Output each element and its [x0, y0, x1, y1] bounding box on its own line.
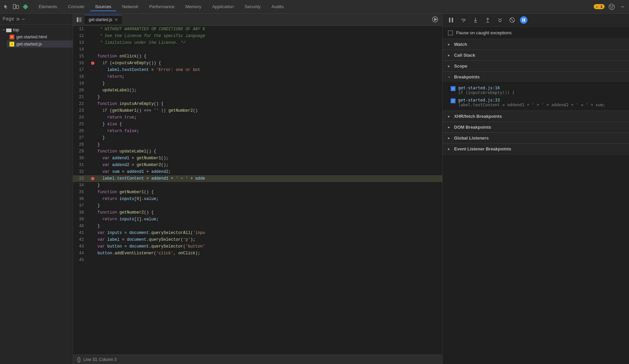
sidebar-header: Page » ⋯ — [0, 14, 73, 25]
code-line-19: 19 } — [73, 80, 442, 87]
sidebar-page-tab[interactable]: Page — [3, 16, 14, 22]
callstack-title: Call Stack — [454, 53, 475, 58]
code-line-38: 38 function getNumber2() { — [73, 209, 442, 216]
svg-rect-21 — [522, 18, 523, 22]
sidebar-tree: ▾ top H get-started.html J get-started.j… — [0, 25, 73, 49]
sidebar-menu-btn[interactable]: ⋯ — [22, 16, 24, 22]
folder-icon — [6, 28, 12, 32]
step-over-btn[interactable] — [459, 16, 468, 24]
step-btn[interactable] — [496, 16, 504, 24]
code-line-13: 13 * limitations under the License. */ — [73, 39, 442, 46]
pause-caught-label: Pause on caught exceptions — [456, 30, 511, 35]
dom-arrow-icon: ▶ — [448, 125, 451, 129]
editor-tab-js[interactable]: get-started.js ✕ — [85, 15, 122, 24]
nav-tab-network[interactable]: Network — [118, 2, 143, 11]
code-line-22: 22 function inputsAreEmpty() { — [73, 101, 442, 107]
sidebar-more-btn[interactable]: » — [16, 16, 20, 22]
accordion-dom: ▶ DOM Breakpoints — [443, 122, 629, 133]
bp-code-33: label.textContent = addend1 + ' + ' + ad… — [458, 103, 605, 107]
code-line-23: 23 if (getNumber1() === '' || getNumber2… — [73, 107, 442, 114]
code-line-30: 30 var addend1 = getNumber1(); — [73, 155, 442, 162]
mobile-icon[interactable] — [12, 3, 20, 11]
file-label-js: get-started.js — [16, 41, 42, 47]
pause-caught-checkbox[interactable] — [448, 31, 453, 35]
code-line-32: 32 var sum = addend1 + addend2; — [73, 168, 442, 175]
accordion-global-header[interactable]: ▶ Global Listeners — [443, 133, 629, 143]
tree-arrow-icon: ▾ — [3, 28, 5, 32]
code-line-39: 39 return inputs[1].value; — [73, 216, 442, 223]
code-line-11: 11 * WITHOUT WARRANTIES OR CONDITIONS OF… — [73, 26, 442, 33]
nav-tab-memory[interactable]: Memory — [181, 2, 206, 11]
code-line-27: 27 } — [73, 134, 442, 141]
code-line-25: 25 } else { — [73, 121, 442, 128]
status-bar: {} Line 33, Column 3 — [73, 354, 442, 364]
scope-title: Scope — [454, 63, 467, 69]
nav-tab-application[interactable]: Application — [208, 2, 239, 11]
code-line-40: 40 } — [73, 223, 442, 230]
watch-arrow-icon: ▶ — [448, 42, 451, 47]
bp-checkbox-33[interactable]: ✓ — [451, 98, 455, 103]
js-file-icon: J — [10, 42, 14, 47]
code-view[interactable]: 11 * WITHOUT WARRANTIES OR CONDITIONS OF… — [73, 26, 442, 354]
svg-rect-13 — [452, 18, 453, 22]
svg-point-3 — [609, 4, 614, 10]
tab-close-btn[interactable]: ✕ — [115, 18, 118, 22]
code-line-15: 15 function onClick() { — [73, 53, 442, 60]
deactivate-breakpoints-btn[interactable] — [508, 16, 517, 24]
accordion-breakpoints: ▾ Breakpoints ✓ get-started.js:16 if (in… — [443, 72, 629, 111]
step-out-btn[interactable] — [483, 16, 492, 24]
pause-on-caught-exceptions: Pause on caught exceptions — [443, 27, 629, 39]
tree-item-top[interactable]: ▾ top — [0, 26, 73, 33]
dom-title: DOM Breakpoints — [454, 125, 491, 130]
accordion-breakpoints-header[interactable]: ▾ Breakpoints — [443, 72, 629, 82]
code-line-12: 12 * See the License for the specific la… — [73, 33, 442, 39]
file-item-js[interactable]: J get-started.js — [7, 40, 73, 48]
breakpoints-content: ✓ get-started.js:16 if (inputsAreEmpty()… — [443, 82, 629, 111]
bp-file-16: get-started.js:16 — [458, 86, 515, 90]
nav-tab-elements[interactable]: Elements — [34, 2, 62, 11]
accordion-dom-header[interactable]: ▶ DOM Breakpoints — [443, 122, 629, 132]
svg-rect-7 — [6, 29, 8, 30]
code-line-26: 26 return false; — [73, 128, 442, 134]
global-title: Global Listeners — [454, 135, 489, 141]
cursor-icon[interactable] — [3, 3, 10, 11]
nav-tab-console[interactable]: Console — [63, 2, 89, 11]
file-item-html[interactable]: H get-started.html — [7, 33, 73, 40]
accordion-callstack-header[interactable]: ▶ Call Stack — [443, 50, 629, 60]
code-line-20: 20 updateLabel(); — [73, 87, 442, 94]
event-title: Event Listener Breakpoints — [454, 146, 511, 151]
code-line-34: 34 } — [73, 182, 442, 189]
pause-on-exception-active-btn[interactable] — [520, 16, 527, 24]
xhr-title: XHR/fetch Breakpoints — [454, 114, 502, 119]
nav-tab-performance[interactable]: Performance — [144, 2, 179, 11]
toggle-sidebar-btn[interactable] — [74, 15, 84, 23]
step-into-btn[interactable] — [471, 16, 480, 24]
extension-icon[interactable] — [22, 3, 29, 11]
accordion-scope-header[interactable]: ▶ Scope — [443, 61, 629, 71]
breakpoint-item-16: ✓ get-started.js:16 if (inputsAreEmpty()… — [443, 84, 629, 96]
svg-rect-22 — [524, 18, 525, 22]
top-nav-bar: Elements Console Sources Network Perform… — [0, 0, 629, 14]
nav-tab-sources[interactable]: Sources — [90, 2, 116, 11]
file-label-html: get-started.html — [16, 34, 47, 39]
svg-rect-0 — [13, 4, 16, 9]
svg-point-4 — [610, 6, 611, 6]
code-line-41: 41 var inputs = document.querySelectorAl… — [73, 230, 442, 236]
emoji-icon[interactable] — [608, 3, 615, 11]
accordion-event-header[interactable]: ▶ Event Listener Breakpoints — [443, 144, 629, 154]
debugger-toolbar — [443, 14, 629, 27]
run-script-btn[interactable] — [429, 15, 441, 24]
code-line-16: 16 if (●inputsAreEmpty()) { — [73, 60, 442, 67]
bp-checkbox-16[interactable]: ✓ — [451, 86, 455, 91]
accordion-xhr-header[interactable]: ▶ XHR/fetch Breakpoints — [443, 111, 629, 122]
nav-tab-security[interactable]: Security — [240, 2, 265, 11]
nav-tab-audits[interactable]: Audits — [267, 2, 288, 11]
code-line-33: 33 label.textContent = addend1 + ' + ' +… — [73, 175, 442, 182]
pause-btn[interactable] — [447, 16, 455, 24]
bp-code-16: if (inputsAreEmpty()) { — [458, 90, 515, 95]
xhr-arrow-icon: ▶ — [448, 114, 451, 119]
accordion-watch-header[interactable]: ▶ Watch — [443, 39, 629, 50]
accordion-xhr: ▶ XHR/fetch Breakpoints — [443, 111, 629, 122]
svg-rect-1 — [16, 5, 19, 8]
more-options-icon[interactable]: ⋯ — [619, 3, 626, 11]
